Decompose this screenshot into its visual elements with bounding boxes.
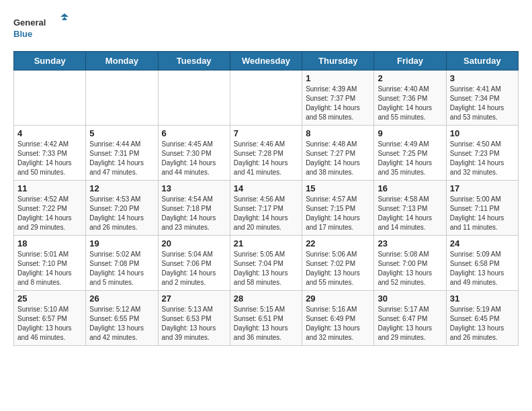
day-cell: 15Sunrise: 4:57 AM Sunset: 7:15 PM Dayli… [302, 181, 374, 236]
day-number: 5 [89, 128, 154, 138]
day-number: 30 [378, 293, 442, 304]
day-cell: 18Sunrise: 5:01 AM Sunset: 7:10 PM Dayli… [14, 236, 86, 291]
day-cell: 6Sunrise: 4:45 AM Sunset: 7:30 PM Daylig… [158, 126, 230, 181]
day-cell: 11Sunrise: 4:52 AM Sunset: 7:22 PM Dayli… [14, 181, 86, 236]
day-number: 8 [306, 128, 370, 138]
day-info: Sunrise: 5:15 AM Sunset: 6:51 PM Dayligh… [234, 305, 298, 342]
day-cell: 5Sunrise: 4:44 AM Sunset: 7:31 PM Daylig… [86, 126, 158, 181]
day-number: 28 [234, 293, 298, 304]
svg-text:Blue: Blue [13, 29, 32, 39]
week-row-3: 11Sunrise: 4:52 AM Sunset: 7:22 PM Dayli… [14, 181, 519, 236]
page-header: General Blue [13, 13, 519, 40]
day-info: Sunrise: 4:57 AM Sunset: 7:15 PM Dayligh… [306, 195, 370, 232]
day-cell: 26Sunrise: 5:12 AM Sunset: 6:55 PM Dayli… [86, 291, 158, 346]
day-number: 13 [162, 183, 226, 193]
day-info: Sunrise: 4:53 AM Sunset: 7:20 PM Dayligh… [89, 195, 154, 232]
day-number: 21 [234, 238, 298, 248]
day-number: 17 [450, 183, 515, 193]
day-info: Sunrise: 4:46 AM Sunset: 7:28 PM Dayligh… [234, 140, 298, 177]
calendar-table: SundayMondayTuesdayWednesdayThursdayFrid… [13, 51, 519, 346]
col-header-sunday: Sunday [14, 52, 86, 71]
day-number: 14 [234, 183, 298, 193]
day-number: 31 [450, 293, 515, 304]
day-cell: 16Sunrise: 4:58 AM Sunset: 7:13 PM Dayli… [374, 181, 446, 236]
day-cell: 20Sunrise: 5:04 AM Sunset: 7:06 PM Dayli… [158, 236, 230, 291]
day-cell: 23Sunrise: 5:08 AM Sunset: 7:00 PM Dayli… [374, 236, 446, 291]
day-number: 3 [450, 73, 515, 83]
logo-svg: General Blue [13, 13, 74, 40]
day-number: 11 [17, 183, 82, 193]
day-number: 25 [17, 293, 82, 304]
day-cell [230, 71, 302, 126]
day-info: Sunrise: 5:05 AM Sunset: 7:04 PM Dayligh… [234, 250, 298, 287]
day-number: 15 [306, 183, 370, 193]
day-cell: 9Sunrise: 4:49 AM Sunset: 7:25 PM Daylig… [374, 126, 446, 181]
day-cell: 19Sunrise: 5:02 AM Sunset: 7:08 PM Dayli… [86, 236, 158, 291]
day-cell: 28Sunrise: 5:15 AM Sunset: 6:51 PM Dayli… [230, 291, 302, 346]
day-info: Sunrise: 5:00 AM Sunset: 7:11 PM Dayligh… [450, 195, 515, 232]
col-header-monday: Monday [86, 52, 158, 71]
day-info: Sunrise: 5:02 AM Sunset: 7:08 PM Dayligh… [89, 250, 154, 287]
day-number: 1 [306, 73, 370, 83]
day-cell: 3Sunrise: 4:41 AM Sunset: 7:34 PM Daylig… [446, 71, 518, 126]
day-cell: 4Sunrise: 4:42 AM Sunset: 7:33 PM Daylig… [14, 126, 86, 181]
day-number: 4 [17, 128, 82, 138]
day-number: 9 [378, 128, 442, 138]
day-info: Sunrise: 5:16 AM Sunset: 6:49 PM Dayligh… [306, 305, 370, 342]
day-cell: 24Sunrise: 5:09 AM Sunset: 6:58 PM Dayli… [446, 236, 518, 291]
col-header-saturday: Saturday [446, 52, 518, 71]
day-cell [14, 71, 86, 126]
day-cell [158, 71, 230, 126]
week-row-2: 4Sunrise: 4:42 AM Sunset: 7:33 PM Daylig… [14, 126, 519, 181]
day-cell: 21Sunrise: 5:05 AM Sunset: 7:04 PM Dayli… [230, 236, 302, 291]
day-info: Sunrise: 4:42 AM Sunset: 7:33 PM Dayligh… [17, 140, 82, 177]
week-row-1: 1Sunrise: 4:39 AM Sunset: 7:37 PM Daylig… [14, 71, 519, 126]
day-number: 12 [89, 183, 154, 193]
day-cell: 17Sunrise: 5:00 AM Sunset: 7:11 PM Dayli… [446, 181, 518, 236]
day-info: Sunrise: 5:06 AM Sunset: 7:02 PM Dayligh… [306, 250, 370, 287]
day-number: 23 [378, 238, 442, 248]
day-cell: 27Sunrise: 5:13 AM Sunset: 6:53 PM Dayli… [158, 291, 230, 346]
day-info: Sunrise: 4:49 AM Sunset: 7:25 PM Dayligh… [378, 140, 442, 177]
day-cell: 25Sunrise: 5:10 AM Sunset: 6:57 PM Dayli… [14, 291, 86, 346]
day-number: 19 [89, 238, 154, 248]
day-info: Sunrise: 5:09 AM Sunset: 6:58 PM Dayligh… [450, 250, 515, 287]
logo: General Blue [13, 13, 74, 40]
day-info: Sunrise: 4:54 AM Sunset: 7:18 PM Dayligh… [162, 195, 226, 232]
day-cell: 2Sunrise: 4:40 AM Sunset: 7:36 PM Daylig… [374, 71, 446, 126]
day-number: 10 [450, 128, 515, 138]
day-number: 22 [306, 238, 370, 248]
day-number: 18 [17, 238, 82, 248]
day-cell: 31Sunrise: 5:19 AM Sunset: 6:45 PM Dayli… [446, 291, 518, 346]
day-number: 26 [89, 293, 154, 304]
svg-marker-3 [62, 17, 67, 20]
day-info: Sunrise: 5:10 AM Sunset: 6:57 PM Dayligh… [17, 305, 82, 342]
day-info: Sunrise: 4:44 AM Sunset: 7:31 PM Dayligh… [89, 140, 154, 177]
day-number: 20 [162, 238, 226, 248]
day-info: Sunrise: 4:56 AM Sunset: 7:17 PM Dayligh… [234, 195, 298, 232]
day-info: Sunrise: 5:04 AM Sunset: 7:06 PM Dayligh… [162, 250, 226, 287]
week-row-4: 18Sunrise: 5:01 AM Sunset: 7:10 PM Dayli… [14, 236, 519, 291]
col-header-friday: Friday [374, 52, 446, 71]
day-info: Sunrise: 4:40 AM Sunset: 7:36 PM Dayligh… [378, 85, 442, 122]
day-cell: 7Sunrise: 4:46 AM Sunset: 7:28 PM Daylig… [230, 126, 302, 181]
day-info: Sunrise: 4:52 AM Sunset: 7:22 PM Dayligh… [17, 195, 82, 232]
day-number: 16 [378, 183, 442, 193]
week-row-5: 25Sunrise: 5:10 AM Sunset: 6:57 PM Dayli… [14, 291, 519, 346]
day-number: 2 [378, 73, 442, 83]
day-number: 7 [234, 128, 298, 138]
col-header-tuesday: Tuesday [158, 52, 230, 71]
day-info: Sunrise: 5:17 AM Sunset: 6:47 PM Dayligh… [378, 305, 442, 342]
day-info: Sunrise: 4:45 AM Sunset: 7:30 PM Dayligh… [162, 140, 226, 177]
day-cell [86, 71, 158, 126]
day-info: Sunrise: 5:19 AM Sunset: 6:45 PM Dayligh… [450, 305, 515, 342]
day-info: Sunrise: 4:41 AM Sunset: 7:34 PM Dayligh… [450, 85, 515, 122]
day-info: Sunrise: 4:39 AM Sunset: 7:37 PM Dayligh… [306, 85, 370, 122]
day-number: 24 [450, 238, 515, 248]
day-info: Sunrise: 5:13 AM Sunset: 6:53 PM Dayligh… [162, 305, 226, 342]
day-cell: 30Sunrise: 5:17 AM Sunset: 6:47 PM Dayli… [374, 291, 446, 346]
day-number: 6 [162, 128, 226, 138]
svg-marker-2 [60, 13, 69, 17]
day-cell: 13Sunrise: 4:54 AM Sunset: 7:18 PM Dayli… [158, 181, 230, 236]
day-info: Sunrise: 5:08 AM Sunset: 7:00 PM Dayligh… [378, 250, 442, 287]
